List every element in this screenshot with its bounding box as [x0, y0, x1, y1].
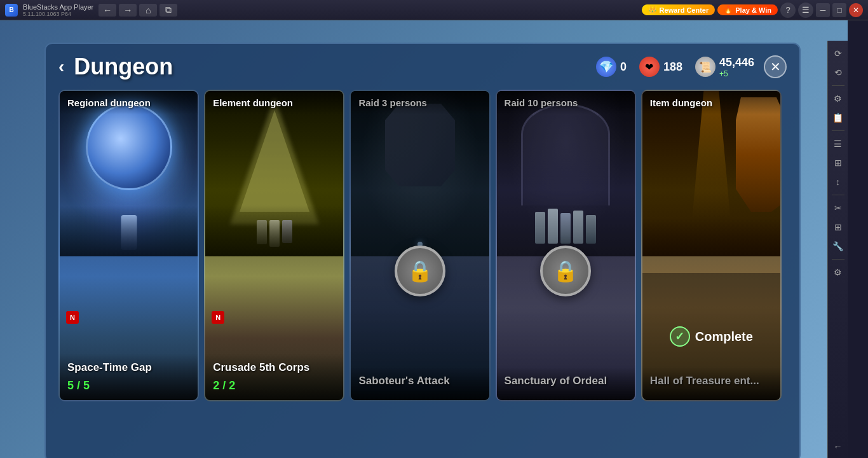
- reward-center-icon: 👑: [648, 6, 657, 14]
- silver-bonus: +5: [719, 69, 728, 78]
- dungeon-title: Dungeon: [74, 53, 173, 80]
- dungeon-container: ‹ Dungeon 💎 0 ❤ 188 📜 45,446 +5: [44, 43, 801, 458]
- sidebar-icon-7[interactable]: ✂: [831, 200, 846, 216]
- card-raid3-lock: 🔒: [351, 91, 489, 400]
- sidebar-divider-2: [832, 130, 844, 131]
- sidebar-divider-3: [832, 195, 844, 195]
- play-win-button[interactable]: 🔥 Play & Win: [717, 4, 778, 15]
- card-raid10-lock: 🔒: [497, 91, 635, 400]
- sidebar-icon-3[interactable]: 📋: [831, 110, 846, 125]
- help-button[interactable]: ?: [780, 3, 796, 18]
- dungeon-card-item[interactable]: Item dungeon Hall of Treasure ent... ✓ C…: [641, 90, 782, 401]
- window-nav-button[interactable]: ⧉: [159, 4, 177, 17]
- card-regional-type: Regional dungeon: [60, 91, 198, 114]
- card-element-type: Element dungeon: [205, 91, 343, 114]
- dungeon-close-button[interactable]: ✕: [764, 55, 787, 78]
- complete-check-icon: ✓: [670, 326, 690, 347]
- blue-gem-icon: 💎: [596, 57, 616, 77]
- lock-icon-raid10: 🔒: [540, 246, 591, 296]
- forward-nav-button[interactable]: →: [119, 4, 137, 17]
- play-win-icon: 🔥: [724, 6, 733, 14]
- card-regional-middle: [60, 114, 198, 354]
- silver-icon: 📜: [695, 57, 715, 77]
- sidebar-icon-1[interactable]: ⟲: [831, 65, 846, 80]
- minimize-button[interactable]: ─: [816, 3, 830, 17]
- card-regional-overlay: Regional dungeon N Space-Time Gap 5 / 5: [60, 91, 198, 400]
- app-name: BlueStacks App Player: [23, 3, 93, 11]
- titlebar-right: 👑 Reward Center 🔥 Play & Win ? ☰ ─ □ ✕: [642, 3, 863, 18]
- currency-blue: 💎 0: [596, 57, 627, 77]
- maximize-button[interactable]: □: [832, 3, 846, 17]
- dungeon-card-raid3[interactable]: Raid 3 persons Saboteur's Attack 🔒: [349, 90, 490, 401]
- lock-icon-raid3: 🔒: [395, 246, 445, 296]
- app-logo: B: [5, 4, 18, 17]
- back-nav-button[interactable]: ←: [98, 4, 116, 17]
- card-regional-count: 5 / 5: [67, 379, 190, 392]
- sidebar-icon-10[interactable]: ⚙: [831, 265, 846, 280]
- currency-silver: 📜 45,446 +5: [695, 56, 754, 78]
- card-regional-name: Space-Time Gap: [67, 361, 190, 374]
- sidebar-icon-5[interactable]: ⊞: [831, 155, 846, 170]
- currency-red: ❤ 188: [639, 57, 682, 77]
- card-element-middle: [205, 114, 343, 354]
- dungeon-card-element[interactable]: Element dungeon N Crusade 5th Corps 2 / …: [204, 90, 344, 401]
- sidebar-icon-8[interactable]: ⊞: [831, 219, 846, 235]
- sidebar-divider-4: [832, 259, 844, 260]
- card-item-type: Item dungeon: [642, 91, 780, 114]
- menu-button[interactable]: ☰: [798, 3, 813, 18]
- card-element-overlay: Element dungeon N Crusade 5th Corps 2 / …: [205, 91, 343, 400]
- nav-buttons: ← → ⌂ ⧉: [98, 4, 177, 17]
- sidebar-divider-1: [832, 85, 844, 86]
- sidebar-icon-4[interactable]: ☰: [831, 136, 846, 151]
- sidebar-icon-2[interactable]: ⚙: [831, 91, 846, 106]
- card-regional-bottom: Space-Time Gap 5 / 5: [60, 354, 198, 400]
- card-element-name: Crusade 5th Corps: [213, 361, 336, 374]
- right-sidebar: ⟳ ⟲ ⚙ 📋 ☰ ⊞ ↕ ✂ ⊞ 🔧 ⚙ ← →: [827, 41, 848, 458]
- card-regional-n-badge: N: [66, 311, 79, 324]
- complete-badge: ✓ Complete: [670, 326, 753, 347]
- sidebar-icon-0[interactable]: ⟳: [831, 46, 846, 61]
- currency-group: 💎 0 ❤ 188 📜 45,446 +5: [596, 56, 754, 78]
- card-element-n-badge: N: [212, 311, 224, 324]
- reward-center-label: Reward Center: [660, 6, 709, 14]
- game-area: ⟳ ⟲ ⚙ 📋 ☰ ⊞ ↕ ✂ ⊞ 🔧 ⚙ ← → ‹ Dungeon 💎 0: [0, 20, 848, 458]
- dungeon-cards-grid: Regional dungeon N Space-Time Gap 5 / 5: [46, 90, 799, 401]
- silver-value: 45,446: [719, 56, 754, 69]
- sidebar-icon-back[interactable]: ←: [831, 439, 846, 454]
- red-gem-value: 188: [663, 60, 682, 74]
- dungeon-header: ‹ Dungeon 💎 0 ❤ 188 📜 45,446 +5: [46, 44, 799, 90]
- dungeon-card-regional[interactable]: Regional dungeon N Space-Time Gap 5 / 5: [58, 90, 199, 401]
- reward-center-button[interactable]: 👑 Reward Center: [642, 4, 715, 15]
- card-element-count: 2 / 2: [213, 379, 336, 392]
- sidebar-icon-9[interactable]: 🔧: [831, 239, 846, 254]
- blue-gem-value: 0: [620, 60, 627, 74]
- app-version: 5.11.100.1063 P64: [23, 11, 93, 17]
- play-win-label: Play & Win: [735, 6, 771, 14]
- red-gem-icon: ❤: [639, 57, 660, 77]
- card-element-bottom: Crusade 5th Corps 2 / 2: [205, 354, 343, 400]
- sidebar-icon-6[interactable]: ↕: [831, 174, 846, 190]
- home-nav-button[interactable]: ⌂: [139, 4, 157, 17]
- complete-label: Complete: [695, 330, 753, 344]
- dungeon-back-button[interactable]: ‹: [58, 57, 64, 77]
- dungeon-card-raid10[interactable]: Raid 10 persons Sanctuary of Ordeal 🔒: [496, 90, 636, 401]
- card-item-complete-overlay: ✓ Complete: [642, 273, 780, 400]
- title-bar: B BlueStacks App Player 5.11.100.1063 P6…: [0, 0, 868, 20]
- close-button[interactable]: ✕: [849, 3, 863, 17]
